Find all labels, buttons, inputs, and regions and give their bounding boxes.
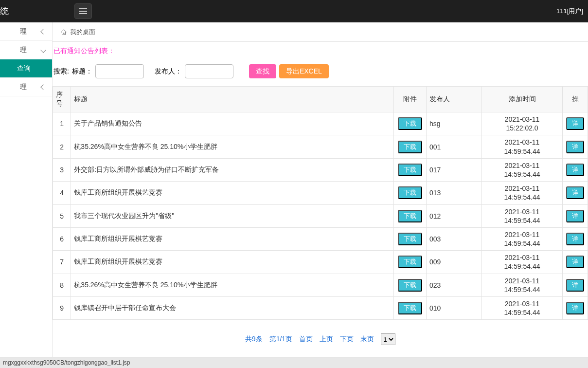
cell-op: 详	[563, 227, 588, 250]
cell-title: 钱库工商所组织开展棋艺竞赛	[71, 227, 394, 250]
detail-button[interactable]: 详	[566, 117, 584, 130]
sidebar: 理理查询理	[0, 22, 53, 368]
download-button[interactable]: 下载	[398, 186, 422, 199]
th-attach: 附件	[394, 87, 426, 112]
table-row: 2杭35.26%高中女生营养不良 25.10%小学生肥胖下载0012021-03…	[53, 135, 588, 158]
pager-prev[interactable]: 上页	[320, 335, 333, 344]
download-button[interactable]: 下载	[398, 279, 422, 292]
download-button[interactable]: 下载	[398, 233, 422, 245]
cell-title: 钱库镇召开中层干部任命宣布大会	[71, 297, 394, 320]
detail-button[interactable]: 详	[566, 141, 584, 153]
table-row: 3外交部:日方以所谓外部威胁为借口不断扩充军备下载0172021-03-1114…	[53, 158, 588, 181]
sidebar-item-3[interactable]: 理	[0, 78, 52, 96]
detail-button[interactable]: 详	[566, 256, 584, 268]
title-label: 标题：	[72, 67, 92, 76]
cell-publisher: 003	[426, 227, 481, 250]
table-row: 5我市三个现代农业园区升为"省级"下载0122021-03-1114:59:54…	[53, 204, 588, 227]
cell-attach: 下载	[394, 297, 426, 320]
cell-time: 2021-03-1114:59:54.44	[482, 297, 563, 320]
home-icon	[60, 29, 67, 36]
download-button[interactable]: 下载	[398, 117, 422, 130]
cell-time: 2021-03-1114:59:54.44	[482, 204, 563, 227]
export-excel-button[interactable]: 导出EXCEL	[279, 64, 329, 78]
sidebar-item-1[interactable]: 理	[0, 41, 52, 59]
th-op: 操	[563, 87, 588, 112]
cell-attach: 下载	[394, 251, 426, 274]
cell-idx: 9	[53, 297, 71, 320]
user-info[interactable]: 111[用户]	[556, 7, 583, 16]
cell-op: 详	[563, 182, 588, 204]
download-button[interactable]: 下载	[398, 141, 422, 153]
cell-attach: 下载	[394, 204, 426, 227]
publisher-label: 发布人：	[155, 67, 182, 76]
search-button[interactable]: 查找	[249, 64, 276, 78]
topbar: 统 111[用户]	[0, 0, 588, 22]
table-row: 1关于产品销售通知公告下载hsg2021-03-1115:22:02.0详	[53, 112, 588, 135]
title-input[interactable]	[95, 64, 144, 78]
chevron-left-icon	[40, 84, 46, 90]
detail-button[interactable]: 详	[566, 186, 584, 199]
pager-select[interactable]: 1	[381, 333, 395, 345]
cell-idx: 1	[53, 112, 71, 135]
cell-idx: 5	[53, 204, 71, 227]
cell-title: 钱库工商所组织开展棋艺竞赛	[71, 251, 394, 274]
cell-attach: 下载	[394, 227, 426, 250]
cell-idx: 6	[53, 227, 71, 250]
tab-home[interactable]: 我的桌面	[70, 28, 95, 37]
table-row: 7钱库工商所组织开展棋艺竞赛下载0092021-03-1114:59:54.44…	[53, 251, 588, 274]
cell-attach: 下载	[394, 274, 426, 296]
pager: 共9条 第1/1页 首页 上页 下页 末页 1	[53, 320, 588, 345]
menu-toggle-button[interactable]	[74, 3, 92, 19]
detail-button[interactable]: 详	[566, 233, 584, 245]
download-button[interactable]: 下载	[398, 302, 422, 314]
cell-title: 杭35.26%高中女生营养不良 25.10%小学生肥胖	[71, 274, 394, 296]
pager-next[interactable]: 下页	[340, 335, 354, 344]
cell-publisher: 010	[426, 297, 481, 320]
tabbar: 我的桌面	[53, 22, 588, 42]
cell-op: 详	[563, 251, 588, 274]
cell-publisher: 012	[426, 204, 481, 227]
cell-idx: 4	[53, 182, 71, 204]
search-label: 搜索:	[53, 67, 69, 76]
status-bar: mgxggxxkxthsg9050CB/tongzhigonggao_list1…	[0, 357, 588, 368]
cell-time: 2021-03-1114:59:54.44	[482, 135, 563, 158]
publisher-input[interactable]	[185, 64, 233, 78]
chevron-left-icon	[40, 29, 46, 34]
search-row: 搜索: 标题： 发布人： 查找 导出EXCEL	[53, 61, 588, 86]
cell-attach: 下载	[394, 135, 426, 158]
detail-button[interactable]: 详	[566, 279, 584, 292]
cell-op: 详	[563, 297, 588, 320]
cell-idx: 8	[53, 274, 71, 296]
cell-op: 详	[563, 274, 588, 296]
pager-first[interactable]: 首页	[299, 335, 313, 344]
cell-attach: 下载	[394, 182, 426, 204]
cell-time: 2021-03-1114:59:54.44	[482, 182, 563, 204]
sidebar-item-label: 查询	[0, 64, 45, 73]
th-idx: 序号	[53, 87, 71, 112]
data-table: 序号 标题 附件 发布人 添加时间 操 1关于产品销售通知公告下载hsg2021…	[53, 86, 588, 320]
sidebar-item-2[interactable]: 查询	[0, 59, 52, 78]
sidebar-item-0[interactable]: 理	[0, 22, 52, 41]
download-button[interactable]: 下载	[398, 164, 422, 176]
cell-op: 详	[563, 135, 588, 158]
cell-publisher: 017	[426, 158, 481, 181]
detail-button[interactable]: 详	[566, 164, 584, 176]
download-button[interactable]: 下载	[398, 210, 422, 222]
pager-last[interactable]: 末页	[360, 335, 374, 344]
hamburger-icon	[79, 8, 87, 14]
cell-op: 详	[563, 158, 588, 181]
cell-time: 2021-03-1114:59:54.44	[482, 274, 563, 296]
cell-time: 2021-03-1114:59:54.44	[482, 158, 563, 181]
cell-title: 钱库工商所组织开展棋艺竞赛	[71, 182, 394, 204]
table-row: 6钱库工商所组织开展棋艺竞赛下载0032021-03-1114:59:54.44…	[53, 227, 588, 250]
detail-button[interactable]: 详	[566, 210, 584, 222]
cell-publisher: hsg	[426, 112, 481, 135]
cell-idx: 2	[53, 135, 71, 158]
table-row: 4钱库工商所组织开展棋艺竞赛下载0132021-03-1114:59:54.44…	[53, 182, 588, 204]
cell-title: 外交部:日方以所谓外部威胁为借口不断扩充军备	[71, 158, 394, 181]
sidebar-item-label: 理	[0, 46, 41, 55]
detail-button[interactable]: 详	[566, 302, 584, 314]
download-button[interactable]: 下载	[398, 256, 422, 268]
cell-op: 详	[563, 112, 588, 135]
cell-title: 我市三个现代农业园区升为"省级"	[71, 204, 394, 227]
